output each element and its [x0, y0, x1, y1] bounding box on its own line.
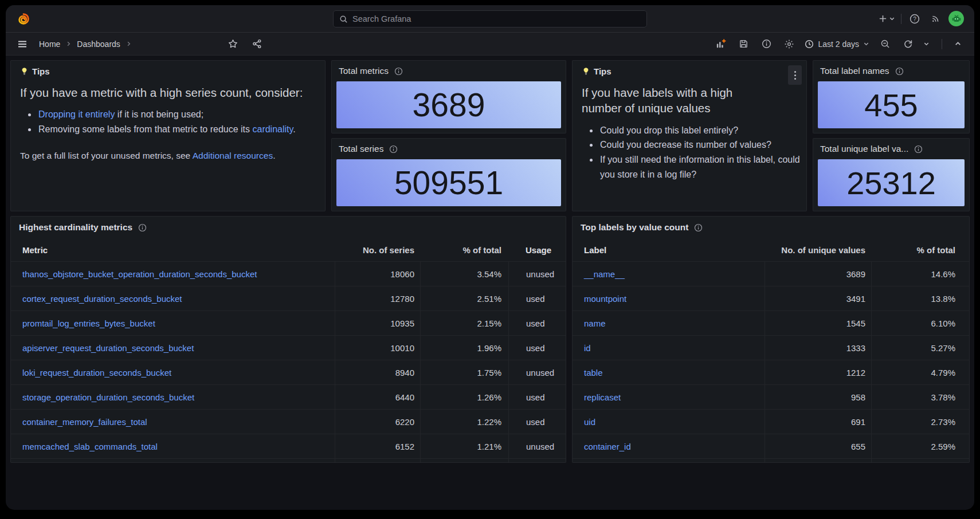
- news-button[interactable]: [928, 11, 943, 27]
- new-button[interactable]: [879, 11, 895, 27]
- avatar[interactable]: [948, 11, 964, 26]
- info-icon[interactable]: [895, 67, 904, 76]
- usage-value: used: [508, 286, 566, 310]
- metric-link[interactable]: storage_operation_duration_seconds_bucke…: [22, 392, 194, 402]
- label-link[interactable]: __name__: [584, 269, 625, 279]
- usage-value: used: [508, 385, 566, 409]
- save-button[interactable]: [736, 36, 751, 52]
- breadcrumb-home[interactable]: Home: [39, 40, 60, 49]
- refresh-button[interactable]: [900, 36, 915, 52]
- panel-title: Total label names: [820, 66, 889, 76]
- top-nav-bar: ?: [6, 5, 974, 33]
- column-header[interactable]: % of total: [871, 238, 969, 261]
- pct-of-total: 2.73%: [871, 410, 969, 434]
- zoom-out-icon: [880, 39, 890, 49]
- nav-divider: [901, 14, 901, 24]
- column-header[interactable]: Metric: [11, 238, 335, 261]
- toolbar-right: Last 2 days: [713, 36, 965, 52]
- info-icon[interactable]: [389, 145, 398, 154]
- pct-of-total: 1.96%: [420, 336, 508, 360]
- label-link[interactable]: container_id: [584, 442, 631, 451]
- chevron-down-icon: [923, 41, 930, 47]
- pct-of-total: 2.15%: [420, 311, 508, 335]
- search-input[interactable]: [352, 14, 641, 23]
- tips-heading: If you have labels with a high number of…: [582, 85, 774, 116]
- usage-value: unused: [508, 360, 566, 384]
- table-header: Label No. of unique values % of total: [573, 238, 969, 261]
- label-link[interactable]: id: [584, 343, 591, 353]
- metric-link[interactable]: container_memory_failures_total: [22, 417, 147, 427]
- info-icon[interactable]: [138, 223, 147, 232]
- usage-value: used: [508, 311, 566, 335]
- table-row: mountpoint 3491 13.8%: [573, 286, 969, 310]
- pct-of-total: 2.51%: [420, 286, 508, 310]
- refresh-interval-button[interactable]: [919, 36, 934, 52]
- add-panel-button[interactable]: [713, 36, 728, 52]
- metric-link[interactable]: loki_request_duration_seconds_bucket: [22, 368, 171, 378]
- breadcrumb-dashboards[interactable]: Dashboards: [77, 40, 120, 49]
- star-button[interactable]: [226, 36, 241, 52]
- metric-link[interactable]: thanos_objstore_bucket_operation_duratio…: [22, 269, 257, 279]
- panel-title: Top labels by value count: [581, 222, 688, 233]
- grafana-logo[interactable]: [16, 11, 31, 27]
- zoom-out-button[interactable]: [877, 36, 892, 52]
- info-icon[interactable]: [394, 67, 403, 76]
- lightbulb-icon: [582, 67, 590, 76]
- label-link[interactable]: uid: [584, 417, 595, 427]
- column-header[interactable]: Label: [573, 238, 765, 261]
- save-icon: [739, 39, 748, 49]
- cardinality-link[interactable]: cardinality: [252, 124, 293, 134]
- insights-icon: [762, 39, 771, 49]
- settings-button[interactable]: [782, 36, 797, 52]
- panel-total-label-names: Total label names 455: [813, 60, 970, 133]
- metric-link[interactable]: apiserver_request_duration_seconds_bucke…: [22, 343, 194, 353]
- panel-menu-button[interactable]: [788, 65, 802, 85]
- insights-button[interactable]: [759, 36, 774, 52]
- unique-values-count: 3491: [765, 286, 871, 310]
- share-button[interactable]: [250, 36, 265, 52]
- table-row: table 1212 4.79%: [573, 360, 969, 384]
- label-link[interactable]: replicaset: [584, 392, 621, 402]
- pct-of-total: 5.27%: [871, 336, 969, 360]
- table-body: thanos_objstore_bucket_operation_duratio…: [11, 261, 566, 463]
- pct-of-total: 6.10%: [871, 311, 969, 335]
- time-range-label: Last 2 days: [818, 40, 859, 49]
- time-range-picker[interactable]: Last 2 days: [805, 40, 869, 49]
- collapse-button[interactable]: [950, 36, 965, 52]
- unique-values-count: 1333: [765, 336, 871, 360]
- table-row: loki_request_duration_seconds_bucket 894…: [11, 360, 566, 384]
- column-header[interactable]: % of total: [420, 238, 508, 261]
- series-count: 6220: [335, 410, 420, 434]
- panel-title-row: Tips: [20, 66, 319, 76]
- help-button[interactable]: ?: [907, 11, 922, 27]
- table-row: uid 691 2.73%: [573, 409, 969, 434]
- usage-value: used: [508, 336, 566, 360]
- additional-resources-link[interactable]: Additional resources: [193, 151, 273, 160]
- column-header[interactable]: No. of unique values: [765, 238, 871, 261]
- metric-link[interactable]: cortex_request_duration_seconds_bucket: [22, 294, 182, 304]
- stats-column-labels: Total label names 455 Total unique label…: [813, 60, 970, 211]
- info-icon[interactable]: [914, 145, 923, 154]
- panel-title: Total series: [339, 144, 383, 154]
- tips-footer: To get a full list of your unused metric…: [20, 151, 319, 161]
- label-link[interactable]: name: [584, 319, 606, 328]
- label-link[interactable]: table: [584, 368, 603, 378]
- list-item: Removing some labels from that metric to…: [37, 122, 319, 137]
- info-icon[interactable]: [694, 223, 703, 232]
- drop-entirely-link[interactable]: Dropping it entirely: [38, 109, 115, 119]
- metric-link[interactable]: memcached_slab_commands_total: [22, 442, 158, 451]
- column-header[interactable]: No. of series: [335, 238, 420, 261]
- series-count: 12780: [335, 286, 420, 310]
- table-row: promtail_log_entries_bytes_bucket 10935 …: [11, 310, 566, 335]
- pct-of-total: 1.26%: [420, 385, 508, 409]
- panel-tips-metrics: Tips If you have a metric with a high se…: [10, 60, 326, 211]
- column-header[interactable]: Usage: [508, 238, 566, 261]
- metric-link[interactable]: promtail_log_entries_bytes_bucket: [22, 319, 155, 328]
- menu-toggle-button[interactable]: [15, 36, 30, 52]
- global-search[interactable]: [333, 10, 647, 27]
- panel-highest-cardinality: Highest cardinality metrics Metric No. o…: [10, 216, 566, 463]
- unique-values-count: 3689: [765, 262, 871, 286]
- stat-value: 455: [818, 81, 965, 128]
- label-link[interactable]: mountpoint: [584, 294, 626, 304]
- series-count: 10010: [335, 336, 420, 360]
